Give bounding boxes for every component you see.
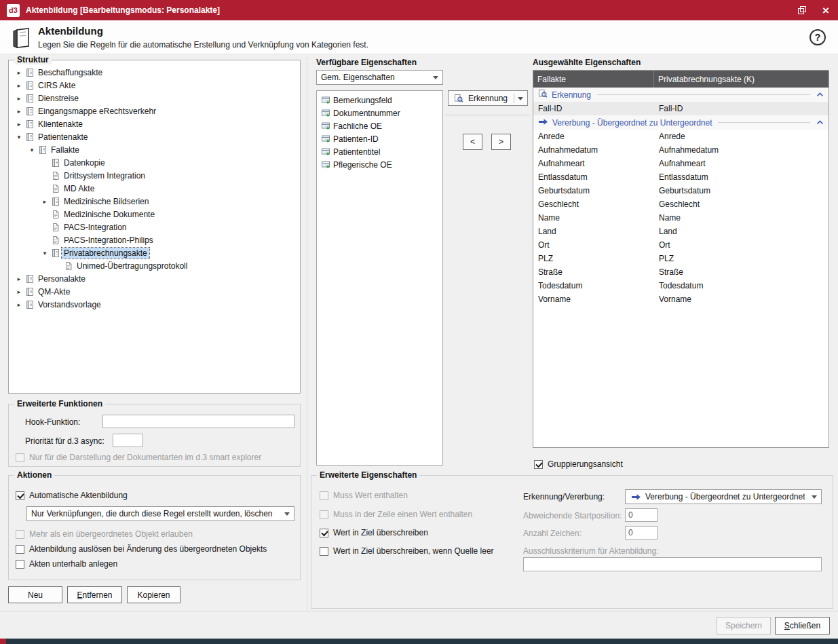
property-icon bbox=[320, 121, 332, 131]
property-group-row[interactable]: Erkennung bbox=[533, 88, 829, 102]
erkennung-mode-button[interactable]: Erkennung bbox=[448, 90, 528, 106]
property-row[interactable]: StraßeStraße bbox=[533, 265, 829, 279]
chevron-right-icon[interactable]: ▸ bbox=[14, 121, 24, 128]
chevron-down-icon[interactable]: ▾ bbox=[40, 250, 50, 257]
tree-item[interactable]: Drittsystem Integration bbox=[9, 169, 300, 182]
chevron-right-icon[interactable]: ▸ bbox=[14, 288, 24, 295]
detection-icon bbox=[538, 89, 548, 100]
available-property-item[interactable]: Dokumentnummer bbox=[317, 107, 442, 119]
akte-icon bbox=[24, 287, 36, 297]
property-row[interactable]: AnredeAnrede bbox=[533, 130, 829, 143]
help-button[interactable]: ? bbox=[810, 29, 826, 45]
erkennung-vererbung-select[interactable]: Vererbung - Übergeordnet zu Untergeordne… bbox=[625, 489, 822, 504]
column-header-fallakte[interactable]: Fallakte bbox=[533, 71, 654, 88]
gruppierungsansicht-row[interactable]: Gruppierungsansicht bbox=[534, 459, 623, 469]
ueberschreiben-checkbox[interactable] bbox=[320, 529, 328, 537]
chevron-right-icon[interactable]: ▸ bbox=[14, 69, 24, 76]
tree-item[interactable]: ▾Patientenakte bbox=[9, 130, 300, 143]
ueberschreiben-leer-row[interactable]: Wert in Ziel überschreiben, wenn Quelle … bbox=[320, 546, 494, 556]
source-property-cell: Todesdatum bbox=[533, 281, 654, 290]
available-property-item[interactable]: Patiententitel bbox=[317, 145, 442, 158]
startposition-input[interactable] bbox=[625, 508, 658, 522]
tree-item[interactable]: ▾Fallakte bbox=[9, 143, 300, 156]
tree-item[interactable]: ▸Eingangsmappe eRechtsverkehr bbox=[9, 105, 300, 117]
chevron-right-icon[interactable]: ▸ bbox=[14, 108, 24, 115]
chevron-right-icon[interactable]: ▸ bbox=[14, 82, 24, 89]
tree-item[interactable]: ▸CIRS Akte bbox=[9, 79, 300, 92]
chevron-down-icon[interactable]: ▾ bbox=[14, 134, 24, 140]
kopieren-button[interactable]: Kopieren bbox=[127, 586, 180, 603]
target-property-cell: Geburtsdatum bbox=[654, 186, 829, 195]
tree-item-label: QM-Akte bbox=[36, 286, 72, 297]
chevron-right-icon[interactable]: ▸ bbox=[14, 276, 24, 282]
tree-item[interactable]: Unimed-Übertragungsprotokoll bbox=[9, 259, 300, 272]
property-row[interactable]: GeschlechtGeschlecht bbox=[533, 197, 829, 211]
schliessen-button[interactable]: Schließen bbox=[775, 617, 830, 634]
verknuepfungen-loeschen-select[interactable]: Nur Verknüpfungen, die durch diese Regel… bbox=[26, 506, 294, 521]
ueberschreiben-leer-checkbox[interactable] bbox=[320, 547, 328, 556]
chevron-right-icon[interactable]: ▸ bbox=[14, 95, 24, 102]
property-icon bbox=[320, 160, 332, 170]
akte-icon bbox=[50, 248, 62, 258]
automatische-aktenbildung-row[interactable]: Automatische Aktenbildung bbox=[16, 491, 128, 500]
tree-item[interactable]: ▸Personalakte bbox=[9, 272, 300, 285]
unterhalb-row[interactable]: Akten unterhalb anlegen bbox=[16, 559, 117, 569]
akte-icon bbox=[24, 119, 36, 129]
property-row[interactable]: OrtOrt bbox=[533, 238, 829, 252]
chevron-up-icon[interactable] bbox=[816, 92, 824, 97]
eigenschaften-filter-select[interactable]: Gem. Eigenschaften bbox=[316, 70, 443, 85]
entfernen-button[interactable]: Entfernen bbox=[67, 586, 122, 603]
gruppierungsansicht-checkbox[interactable] bbox=[534, 460, 543, 469]
property-row[interactable]: GeburtsdatumGeburtsdatum bbox=[533, 184, 829, 197]
property-row[interactable]: AufnahmedatumAufnahmedatum bbox=[533, 143, 829, 157]
property-row[interactable]: NameName bbox=[533, 211, 829, 225]
property-row[interactable]: EntlassdatumEntlassdatum bbox=[533, 170, 829, 184]
available-property-item[interactable]: Patienten-ID bbox=[317, 132, 442, 145]
chevron-right-icon[interactable]: ▸ bbox=[40, 198, 50, 205]
property-row[interactable]: AufnahmeartAufnahmeart bbox=[533, 157, 829, 170]
property-row[interactable]: LandLand bbox=[533, 225, 829, 238]
neu-button[interactable]: Neu bbox=[8, 586, 62, 603]
column-header-privatabrechnungsakte[interactable]: Privatabrechnungsakte (K) bbox=[654, 71, 829, 88]
property-group-row[interactable]: Vererbung - Übergeordnet zu Untergeordne… bbox=[533, 115, 829, 130]
chevron-right-icon[interactable]: ▸ bbox=[14, 301, 24, 308]
maximize-button[interactable] bbox=[789, 0, 814, 20]
tree-item[interactable]: ▸Beschaffungsakte bbox=[9, 66, 300, 79]
tree-item[interactable]: Medizinische Dokumente bbox=[9, 208, 300, 221]
move-right-button[interactable]: > bbox=[491, 134, 511, 150]
hook-funktion-input[interactable] bbox=[102, 415, 294, 428]
erweiterte-eigenschaften-groupbox: Erweiterte Eigenschaften Muss Wert entha… bbox=[311, 475, 833, 609]
chevron-up-icon[interactable] bbox=[816, 120, 824, 125]
tree-item[interactable]: ▸Medizinische Bildserien bbox=[9, 195, 300, 208]
close-button[interactable]: × bbox=[814, 0, 838, 20]
unterhalb-checkbox[interactable] bbox=[16, 560, 24, 569]
tree-item[interactable]: ▸QM-Akte bbox=[9, 285, 300, 298]
anzahl-zeichen-input[interactable] bbox=[625, 526, 658, 539]
available-property-item[interactable]: Pflegerische OE bbox=[317, 158, 442, 171]
tree-item[interactable]: PACS-Integration-Philips bbox=[9, 233, 300, 246]
available-property-item[interactable]: Bemerkungsfeld bbox=[317, 94, 442, 107]
tree-item[interactable]: ▾Privatabrechnungsakte bbox=[9, 246, 300, 259]
group-label: Erkennung bbox=[552, 90, 591, 100]
property-row[interactable]: Fall-IDFall-ID bbox=[533, 102, 829, 115]
move-left-button[interactable]: < bbox=[463, 134, 482, 150]
prioritaet-input[interactable] bbox=[113, 434, 143, 447]
property-row[interactable]: VornameVorname bbox=[533, 292, 829, 306]
ausloesen-checkbox[interactable] bbox=[16, 545, 24, 554]
ausloesen-row[interactable]: Aktenbildung auslösen bei Änderung des ü… bbox=[16, 544, 267, 554]
tree-item[interactable]: PACS-Integration bbox=[9, 221, 300, 233]
ueberschreiben-row[interactable]: Wert in Ziel überschreiben bbox=[320, 528, 428, 537]
chevron-down-icon[interactable]: ▾ bbox=[27, 147, 37, 153]
property-row[interactable]: TodesdatumTodesdatum bbox=[533, 279, 829, 292]
titlebar[interactable]: d3 Aktenbildung [Bearbeitungsmodus: Pers… bbox=[0, 0, 838, 20]
available-property-item[interactable]: Fachliche OE bbox=[317, 119, 442, 132]
automatische-aktenbildung-checkbox[interactable] bbox=[16, 491, 24, 500]
tree-item[interactable]: ▸Klientenakte bbox=[9, 117, 300, 130]
tree-item[interactable]: MD Akte bbox=[9, 182, 300, 195]
ausschluss-input[interactable] bbox=[523, 557, 822, 571]
property-row[interactable]: PLZPLZ bbox=[533, 252, 829, 265]
tree-item[interactable]: Datenkopie bbox=[9, 156, 300, 169]
tree-item[interactable]: ▸Vorstandsvorlage bbox=[9, 298, 300, 311]
selected-properties-table: Fallakte Privatabrechnungsakte (K) Erken… bbox=[533, 70, 829, 448]
tree-item[interactable]: ▸Dienstreise bbox=[9, 92, 300, 105]
